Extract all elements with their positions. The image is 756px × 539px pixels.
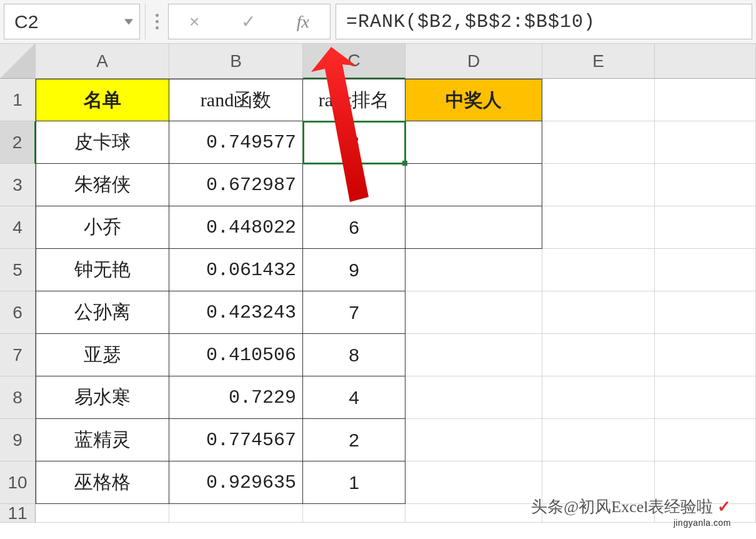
- col-head-e[interactable]: E: [542, 44, 655, 79]
- cell-d5[interactable]: [405, 249, 542, 291]
- cell-e6[interactable]: [542, 291, 655, 334]
- cell-b8[interactable]: 0.7229: [169, 376, 303, 419]
- cell-a2[interactable]: 皮卡球: [36, 121, 169, 164]
- cell-a4[interactable]: 小乔: [36, 206, 169, 249]
- row-head-1[interactable]: 1: [0, 79, 36, 121]
- cell-b7[interactable]: 0.410506: [169, 334, 303, 376]
- watermark-text: 头条@初风Excel表经验啦: [531, 498, 713, 516]
- cell-c11[interactable]: [303, 504, 405, 523]
- cell-c7[interactable]: 8: [303, 334, 405, 376]
- drag-handle-icon[interactable]: [151, 4, 163, 39]
- cell-d9[interactable]: [405, 419, 542, 461]
- cell-a7[interactable]: 亚瑟: [36, 334, 169, 376]
- cell-c6[interactable]: 7: [303, 291, 405, 334]
- cell-f1[interactable]: [655, 79, 756, 121]
- cell-b2[interactable]: 0.749577: [169, 121, 303, 164]
- cell-e7[interactable]: [542, 334, 655, 376]
- cell-b4[interactable]: 0.448022: [169, 206, 303, 249]
- cell-b3[interactable]: 0.672987: [169, 164, 303, 206]
- cell-f9[interactable]: [655, 419, 756, 461]
- cell-e2[interactable]: [542, 121, 655, 164]
- cell-a8[interactable]: 易水寒: [36, 376, 169, 419]
- cell-c1[interactable]: rank排名: [303, 79, 405, 121]
- name-box[interactable]: C2: [4, 4, 140, 39]
- cell-e9[interactable]: [542, 419, 655, 461]
- cell-b11[interactable]: [169, 504, 303, 523]
- cell-c5[interactable]: 9: [303, 249, 405, 291]
- chevron-down-icon[interactable]: [124, 19, 133, 24]
- cell-d8[interactable]: [405, 376, 542, 419]
- cell-a1[interactable]: 名单: [36, 79, 169, 121]
- cell-f5[interactable]: [655, 249, 756, 291]
- formula-text: =RANK($B2,$B$2:$B$10): [346, 11, 595, 33]
- cell-c2[interactable]: 3: [303, 121, 405, 164]
- cell-a11[interactable]: [36, 504, 169, 523]
- cell-f7[interactable]: [655, 334, 756, 376]
- separator: [145, 4, 146, 39]
- cell-f6[interactable]: [655, 291, 756, 334]
- row-head-10[interactable]: 10: [0, 461, 36, 504]
- cell-a9[interactable]: 蓝精灵: [36, 419, 169, 461]
- cell-d10[interactable]: [405, 461, 542, 504]
- cell-f2[interactable]: [655, 121, 756, 164]
- cell-a10[interactable]: 巫格格: [36, 461, 169, 504]
- cell-e5[interactable]: [542, 249, 655, 291]
- cell-e4[interactable]: [542, 206, 655, 249]
- name-box-value: C2: [14, 11, 38, 33]
- cell-c3[interactable]: 5: [303, 164, 405, 206]
- col-head-b[interactable]: B: [169, 44, 303, 79]
- cell-d1[interactable]: 中奖人: [405, 79, 542, 121]
- cell-a6[interactable]: 公孙离: [36, 291, 169, 334]
- cell-e3[interactable]: [542, 164, 655, 206]
- spreadsheet-grid[interactable]: A B C D E 1 名单 rand函数 rank排名 中奖人 2 皮卡球 0…: [0, 44, 756, 523]
- col-head-a[interactable]: A: [36, 44, 169, 79]
- col-head-d[interactable]: D: [405, 44, 542, 79]
- cell-d2[interactable]: [405, 121, 542, 164]
- cell-d3[interactable]: [405, 164, 542, 206]
- cell-d4[interactable]: [405, 206, 542, 249]
- select-all-corner[interactable]: [0, 44, 36, 79]
- row-head-3[interactable]: 3: [0, 164, 36, 206]
- cell-a5[interactable]: 钟无艳: [36, 249, 169, 291]
- cell-c9[interactable]: 2: [303, 419, 405, 461]
- row-head-5[interactable]: 5: [0, 249, 36, 291]
- fill-handle[interactable]: [402, 161, 407, 166]
- cell-b10[interactable]: 0.929635: [169, 461, 303, 504]
- col-head-blank[interactable]: [655, 44, 756, 79]
- formula-bar: C2 × ✓ fx =RANK($B2,$B$2:$B$10): [0, 0, 756, 44]
- cell-a3[interactable]: 朱猪侠: [36, 164, 169, 206]
- check-icon: ✓: [717, 498, 731, 516]
- formula-controls: × ✓ fx: [168, 4, 331, 39]
- cell-b1[interactable]: rand函数: [169, 79, 303, 121]
- row-head-6[interactable]: 6: [0, 291, 36, 334]
- cell-f3[interactable]: [655, 164, 756, 206]
- insert-function-button[interactable]: fx: [289, 12, 317, 32]
- row-head-2[interactable]: 2: [0, 121, 36, 164]
- row-head-7[interactable]: 7: [0, 334, 36, 376]
- cell-d11[interactable]: [405, 504, 542, 523]
- row-head-4[interactable]: 4: [0, 206, 36, 249]
- col-head-c[interactable]: C: [303, 44, 405, 79]
- cell-c4[interactable]: 6: [303, 206, 405, 249]
- accept-formula-button[interactable]: ✓: [234, 11, 263, 32]
- cancel-formula-button[interactable]: ×: [182, 12, 207, 32]
- cell-f4[interactable]: [655, 206, 756, 249]
- cell-c10[interactable]: 1: [303, 461, 405, 504]
- watermark-url: jingyanla.com: [531, 518, 731, 528]
- row-head-8[interactable]: 8: [0, 376, 36, 419]
- cell-b6[interactable]: 0.423243: [169, 291, 303, 334]
- cell-e1[interactable]: [542, 79, 655, 121]
- cell-b5[interactable]: 0.061432: [169, 249, 303, 291]
- formula-input[interactable]: =RANK($B2,$B$2:$B$10): [336, 4, 752, 39]
- cell-d6[interactable]: [405, 291, 542, 334]
- cell-f8[interactable]: [655, 376, 756, 419]
- cell-b9[interactable]: 0.774567: [169, 419, 303, 461]
- cell-e8[interactable]: [542, 376, 655, 419]
- cell-d7[interactable]: [405, 334, 542, 376]
- row-head-11[interactable]: 11: [0, 504, 36, 523]
- watermark: 头条@初风Excel表经验啦 ✓ jingyanla.com: [531, 496, 731, 528]
- cell-c8[interactable]: 4: [303, 376, 405, 419]
- row-head-9[interactable]: 9: [0, 419, 36, 461]
